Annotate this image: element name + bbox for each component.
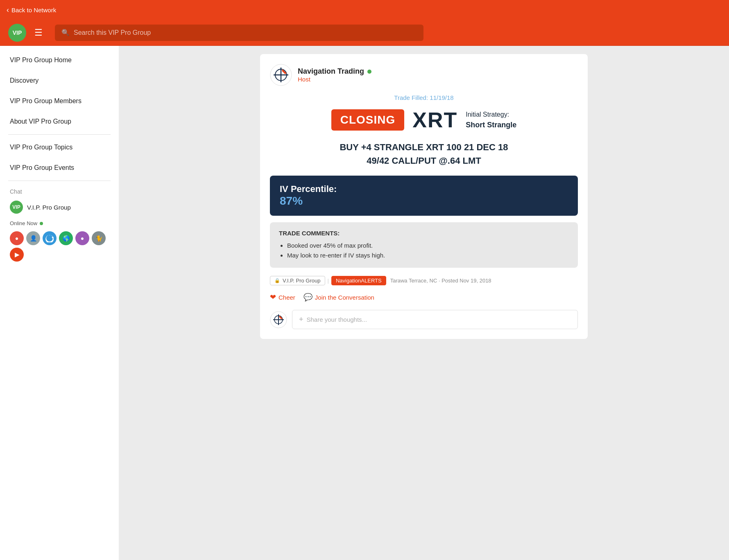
top-bar: ‹ Back to Network bbox=[0, 0, 729, 20]
ticker-symbol: XRT bbox=[412, 108, 457, 132]
cheer-button[interactable]: ❤ Cheer bbox=[270, 293, 295, 302]
comment-item-2: May look to re-enter if IV stays high. bbox=[287, 251, 569, 260]
sidebar-item-about[interactable]: About VIP Pro Group bbox=[0, 111, 119, 132]
chat-bubble-icon: 💬 bbox=[303, 293, 312, 302]
lock-icon: 🔒 bbox=[274, 278, 280, 283]
trade-comments-box: TRADE COMMENTS: Booked over 45% of max p… bbox=[270, 222, 578, 268]
strategy-label: Initial Strategy: bbox=[466, 110, 516, 120]
plus-icon: + bbox=[299, 315, 303, 324]
sidebar-item-home[interactable]: VIP Pro Group Home bbox=[0, 50, 119, 70]
online-avatars-row: ● 👤 🌎 ● 🐈 ▶ bbox=[0, 229, 119, 264]
iv-label: IV Percentile: bbox=[280, 184, 568, 194]
chat-item-vip[interactable]: VIP V.I.P. Pro Group bbox=[0, 196, 119, 218]
strategy-info: Initial Strategy: Short Strangle bbox=[466, 110, 516, 131]
join-conversation-label: Join the Conversation bbox=[315, 294, 374, 301]
author-name: Navigation Trading bbox=[298, 67, 364, 76]
comment-item-1: Booked over 45% of max profit. bbox=[287, 241, 569, 251]
hamburger-menu-icon[interactable]: ☰ bbox=[34, 27, 43, 38]
search-bar[interactable]: 🔍 bbox=[55, 25, 423, 41]
strategy-value: Short Strangle bbox=[466, 120, 516, 131]
vip-logo: VIP bbox=[8, 24, 26, 42]
heart-icon: ❤ bbox=[270, 293, 276, 302]
iv-value: 87% bbox=[280, 194, 568, 208]
comment-input-field[interactable]: + Share your thoughts... bbox=[292, 310, 578, 329]
comment-input-row: + Share your thoughts... bbox=[270, 310, 578, 329]
online-avatar-3 bbox=[43, 231, 57, 245]
online-avatar-2: 👤 bbox=[26, 231, 40, 245]
search-icon: 🔍 bbox=[61, 29, 70, 36]
post-location: Tarawa Terrace, NC bbox=[390, 278, 437, 284]
comments-list: Booked over 45% of max profit. May look … bbox=[279, 241, 569, 260]
chat-name: V.I.P. Pro Group bbox=[27, 204, 71, 211]
join-conversation-button[interactable]: 💬 Join the Conversation bbox=[303, 293, 374, 302]
chat-avatar: VIP bbox=[10, 201, 23, 214]
tag-separator: | bbox=[328, 278, 329, 284]
cheer-label: Cheer bbox=[278, 294, 295, 301]
online-dot-indicator bbox=[40, 222, 43, 225]
trade-details: BUY +4 STRANGLE XRT 100 21 DEC 18 49/42 … bbox=[270, 140, 578, 167]
author-row: Navigation Trading Host bbox=[270, 64, 578, 86]
online-avatar-6: 🐈 bbox=[92, 231, 106, 245]
back-label: Back to Network bbox=[11, 7, 56, 14]
sidebar-divider-2 bbox=[8, 181, 111, 181]
online-avatar-1: ● bbox=[10, 231, 24, 245]
author-name-row: Navigation Trading bbox=[298, 67, 371, 76]
author-role: Host bbox=[298, 76, 371, 83]
tag-vip-pro-group[interactable]: 🔒 V.I.P. Pro Group bbox=[270, 276, 325, 285]
post-date: Posted Nov 19, 2018 bbox=[441, 278, 491, 284]
online-avatar-5: ● bbox=[75, 231, 89, 245]
tag-navigation-alerts[interactable]: NavigationALERTS bbox=[331, 276, 386, 285]
post-meta: Tarawa Terrace, NC · Posted Nov 19, 2018 bbox=[390, 278, 491, 284]
sidebar-divider-1 bbox=[8, 134, 111, 135]
trade-date: Trade Filled: 11/19/18 bbox=[270, 94, 578, 101]
main-content: Navigation Trading Host Trade Filled: 11… bbox=[119, 46, 729, 560]
sidebar-nav: VIP Pro Group Home Discovery VIP Pro Gro… bbox=[0, 46, 119, 268]
online-now-row: Online Now bbox=[0, 218, 119, 229]
header: VIP ☰ 🔍 bbox=[0, 20, 729, 46]
trade-details-line2: 49/42 CALL/PUT @.64 LMT bbox=[270, 154, 578, 167]
chat-section-label: Chat bbox=[0, 183, 119, 196]
post-card: Navigation Trading Host Trade Filled: 11… bbox=[260, 54, 588, 339]
sidebar-item-topics[interactable]: VIP Pro Group Topics bbox=[0, 137, 119, 158]
closing-badge: CLOSING bbox=[331, 109, 405, 131]
search-input[interactable] bbox=[74, 29, 417, 36]
layout: VIP Pro Group Home Discovery VIP Pro Gro… bbox=[0, 46, 729, 560]
online-now-label: Online Now bbox=[10, 220, 37, 226]
author-info: Navigation Trading Host bbox=[298, 67, 371, 83]
sidebar: VIP Pro Group Home Discovery VIP Pro Gro… bbox=[0, 46, 119, 560]
online-avatar-4: 🌎 bbox=[59, 231, 73, 245]
sidebar-item-members[interactable]: VIP Pro Group Members bbox=[0, 91, 119, 111]
trade-header-row: CLOSING XRT Initial Strategy: Short Stra… bbox=[270, 108, 578, 132]
trade-details-line1: BUY +4 STRANGLE XRT 100 21 DEC 18 bbox=[270, 140, 578, 154]
comments-title: TRADE COMMENTS: bbox=[279, 230, 569, 237]
tags-row: 🔒 V.I.P. Pro Group | NavigationALERTS Ta… bbox=[270, 276, 578, 285]
back-to-network-link[interactable]: ‹ Back to Network bbox=[7, 6, 56, 14]
iv-percentile-box: IV Percentile: 87% bbox=[270, 176, 578, 216]
sidebar-item-events[interactable]: VIP Pro Group Events bbox=[0, 158, 119, 178]
nav-trading-logo bbox=[270, 64, 292, 86]
actions-row: ❤ Cheer 💬 Join the Conversation bbox=[270, 291, 578, 302]
online-avatar-7: ▶ bbox=[10, 248, 24, 262]
author-online-indicator bbox=[367, 70, 371, 74]
comment-placeholder: Share your thoughts... bbox=[307, 316, 367, 323]
comment-avatar bbox=[270, 311, 287, 328]
sidebar-item-discovery[interactable]: Discovery bbox=[0, 70, 119, 91]
tag-vip-label: V.I.P. Pro Group bbox=[283, 278, 321, 284]
back-chevron-icon: ‹ bbox=[7, 6, 9, 14]
